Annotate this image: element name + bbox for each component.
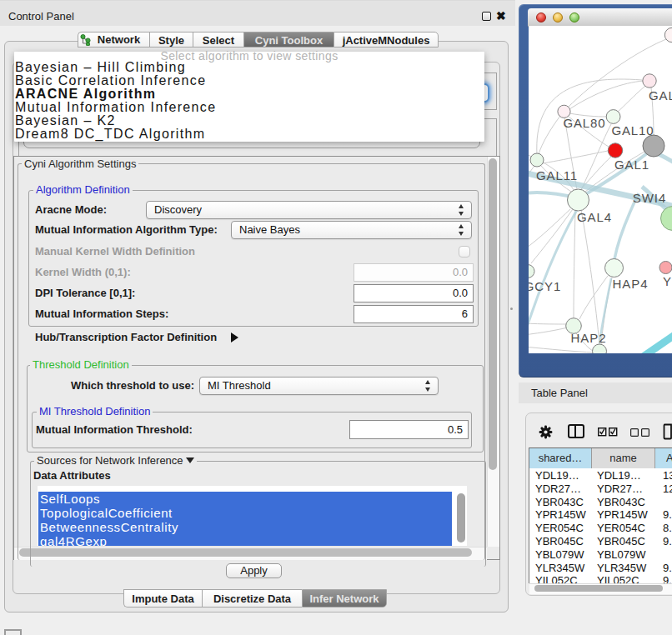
svg-text:HAP2: HAP2 bbox=[571, 331, 607, 345]
svg-text:GAL11: GAL11 bbox=[536, 168, 578, 182]
svg-text:YKL1: YKL1 bbox=[663, 274, 672, 288]
svg-text:SWI4: SWI4 bbox=[633, 191, 666, 205]
svg-text:HAP4: HAP4 bbox=[613, 277, 649, 291]
svg-text:GAL1: GAL1 bbox=[614, 158, 649, 172]
svg-text:GAL4: GAL4 bbox=[577, 210, 612, 224]
svg-text:GAL80: GAL80 bbox=[563, 116, 605, 130]
svg-text:GCY1: GCY1 bbox=[529, 279, 561, 293]
svg-text:GAL2: GAL2 bbox=[649, 88, 672, 102]
svg-text:GAL10: GAL10 bbox=[611, 123, 654, 138]
